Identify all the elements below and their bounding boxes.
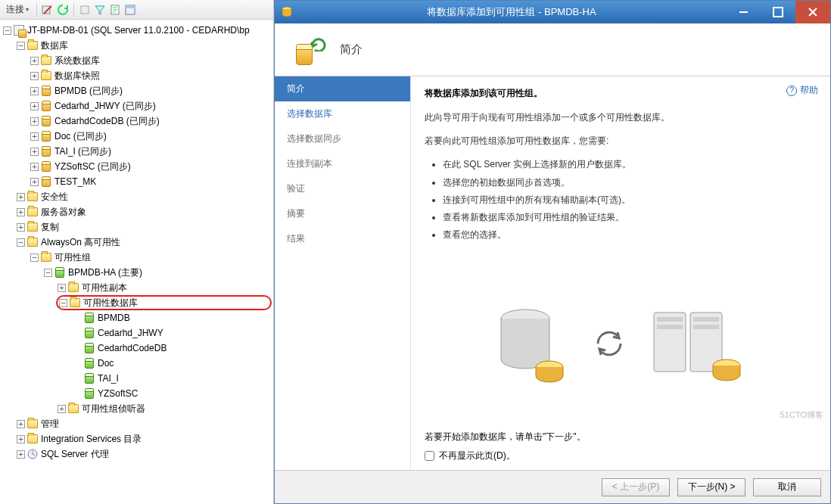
expand-icon[interactable]: + xyxy=(58,284,66,292)
start-hint: 若要开始添加数据库，请单击"下一步"。 xyxy=(425,431,817,443)
folder-icon xyxy=(69,297,81,309)
disconnect-icon[interactable] xyxy=(42,4,54,16)
expand-icon[interactable]: + xyxy=(30,117,39,126)
tree-database[interactable]: +TEST_MK xyxy=(2,174,272,189)
window-title: 将数据库添加到可用性组 - BPMDB-HA xyxy=(297,5,726,19)
step-validate[interactable]: 验证 xyxy=(275,176,410,201)
expand-icon[interactable]: + xyxy=(17,435,25,443)
tree-label: AlwaysOn 高可用性 xyxy=(41,235,120,250)
step-result[interactable]: 结果 xyxy=(275,226,410,251)
tree-item[interactable]: +SQL Server 代理 xyxy=(2,446,272,462)
expand-icon[interactable]: + xyxy=(17,208,25,216)
svg-rect-2 xyxy=(81,6,89,14)
tree-ag-database[interactable]: Cedarhd_JHWY xyxy=(2,325,272,341)
minimize-button[interactable] xyxy=(726,1,761,23)
wizard-banner: 简介 xyxy=(275,23,830,76)
expand-icon[interactable]: + xyxy=(30,72,39,80)
tree-label: BPMDB xyxy=(98,310,130,325)
expand-icon[interactable]: + xyxy=(17,223,25,232)
tree-label: Integration Services 目录 xyxy=(41,431,142,446)
database-icon xyxy=(40,85,52,97)
spacer xyxy=(71,343,82,353)
tree-databases-node[interactable]: − 数据库 xyxy=(2,38,272,53)
folder-icon xyxy=(26,39,39,51)
connect-button[interactable]: 连接 ▾ xyxy=(3,2,32,18)
wizard-steps: 简介 选择数据库 选择数据同步 连接到副本 验证 摘要 结果 xyxy=(275,76,411,470)
collapse-icon[interactable]: − xyxy=(17,238,25,247)
tree-ag-database[interactable]: CedarhdCodeDB xyxy=(2,341,272,356)
tree-label: Doc (已同步) xyxy=(54,129,107,144)
expand-icon[interactable]: + xyxy=(58,405,66,413)
tree-item[interactable]: +安全性 xyxy=(2,189,272,204)
tree-ag-node[interactable]: −BPMDB-HA (主要) xyxy=(2,265,272,280)
tree-label: SQL Server 代理 xyxy=(41,446,109,462)
tree-ag-groups-node[interactable]: −可用性组 xyxy=(2,250,272,265)
expand-icon[interactable]: + xyxy=(30,163,39,171)
step-connect-replica[interactable]: 连接到副本 xyxy=(275,151,410,176)
close-button[interactable] xyxy=(795,1,830,23)
tree-ag-databases-node[interactable]: − 可用性数据库 xyxy=(56,295,272,310)
help-label: 帮助 xyxy=(800,84,818,97)
tree-item[interactable]: +管理 xyxy=(2,416,272,431)
tree-item[interactable]: +复制 xyxy=(2,219,272,235)
expand-icon[interactable]: + xyxy=(17,420,25,428)
tree-ag-database[interactable]: TAI_I xyxy=(2,371,272,386)
dont-show-checkbox[interactable]: 不再显示此页(D)。 xyxy=(425,450,817,462)
tree-item[interactable]: +可用性副本 xyxy=(2,280,272,295)
tree-label: BPMDB-HA (主要) xyxy=(68,265,142,280)
object-explorer-tree[interactable]: − JT-BPM-DB-01 (SQL Server 11.0.2100 - C… xyxy=(0,20,273,465)
content-bullets: 在此 SQL Server 实例上选择新的用户数据库。 选择您的初始数据同步首选… xyxy=(425,157,817,245)
tree-item[interactable]: + 系统数据库 xyxy=(2,53,272,68)
filter-icon[interactable] xyxy=(94,4,106,16)
tree-database[interactable]: +TAI_I (已同步) xyxy=(2,144,272,159)
expand-icon[interactable]: + xyxy=(30,102,39,110)
refresh-icon[interactable] xyxy=(57,4,69,16)
tree-server-node[interactable]: − JT-BPM-DB-01 (SQL Server 11.0.2100 - C… xyxy=(2,23,272,38)
tree-database[interactable]: +BPMDB (已同步) xyxy=(2,83,272,98)
tree-database[interactable]: +CedarhdCodeDB (已同步) xyxy=(2,114,272,129)
expand-icon[interactable]: + xyxy=(30,57,39,65)
collapse-icon[interactable]: − xyxy=(59,299,67,307)
tree-database[interactable]: +YZSoftSC (已同步) xyxy=(2,159,272,174)
step-summary[interactable]: 摘要 xyxy=(275,201,410,226)
tree-ag-database[interactable]: BPMDB xyxy=(2,310,272,325)
expand-icon[interactable]: + xyxy=(30,87,39,95)
connect-label: 连接 xyxy=(6,3,24,16)
expand-icon[interactable]: + xyxy=(30,132,39,141)
toolbar-separator xyxy=(73,3,74,17)
step-data-sync[interactable]: 选择数据同步 xyxy=(275,126,410,151)
svg-rect-11 xyxy=(657,317,683,322)
next-button[interactable]: 下一步(N) > xyxy=(677,478,745,496)
expand-icon[interactable]: + xyxy=(30,148,39,156)
titlebar[interactable]: 将数据库添加到可用性组 - BPMDB-HA xyxy=(275,1,830,23)
tree-item[interactable]: +可用性组侦听器 xyxy=(2,401,272,416)
script-icon[interactable] xyxy=(109,4,121,16)
expand-icon[interactable]: + xyxy=(30,178,39,186)
collapse-icon[interactable]: − xyxy=(3,26,11,35)
maximize-button[interactable] xyxy=(761,1,795,23)
tree-label: 可用性组侦听器 xyxy=(82,401,145,416)
tree-alwayson-node[interactable]: −AlwaysOn 高可用性 xyxy=(2,235,272,250)
collapse-icon[interactable]: − xyxy=(44,269,52,277)
collapse-icon[interactable]: − xyxy=(17,42,25,50)
tree-label: 可用性数据库 xyxy=(83,295,138,310)
step-intro[interactable]: 简介 xyxy=(275,76,410,101)
tree-ag-database[interactable]: YZSoftSC xyxy=(2,386,272,401)
help-link[interactable]: ? 帮助 xyxy=(786,84,818,97)
dont-show-input[interactable] xyxy=(425,451,434,461)
tree-item[interactable]: +Integration Services 目录 xyxy=(2,431,272,446)
step-select-db[interactable]: 选择数据库 xyxy=(275,101,410,126)
tree-item[interactable]: + 数据库快照 xyxy=(2,68,272,83)
tree-database[interactable]: +Cedarhd_JHWY (已同步) xyxy=(2,98,272,114)
database-synced-icon xyxy=(83,342,95,354)
tree-database[interactable]: +Doc (已同步) xyxy=(2,129,272,144)
tree-item[interactable]: +服务器对象 xyxy=(2,204,272,219)
stop-icon[interactable] xyxy=(79,4,91,16)
properties-icon[interactable] xyxy=(124,4,136,16)
expand-icon[interactable]: + xyxy=(17,450,25,459)
tree-ag-database[interactable]: Doc xyxy=(2,356,272,371)
bullet-item: 连接到可用性组中的所有现有辅助副本(可选)。 xyxy=(443,193,817,207)
expand-icon[interactable]: + xyxy=(17,193,25,201)
collapse-icon[interactable]: − xyxy=(30,254,39,262)
cancel-button[interactable]: 取消 xyxy=(753,478,821,496)
